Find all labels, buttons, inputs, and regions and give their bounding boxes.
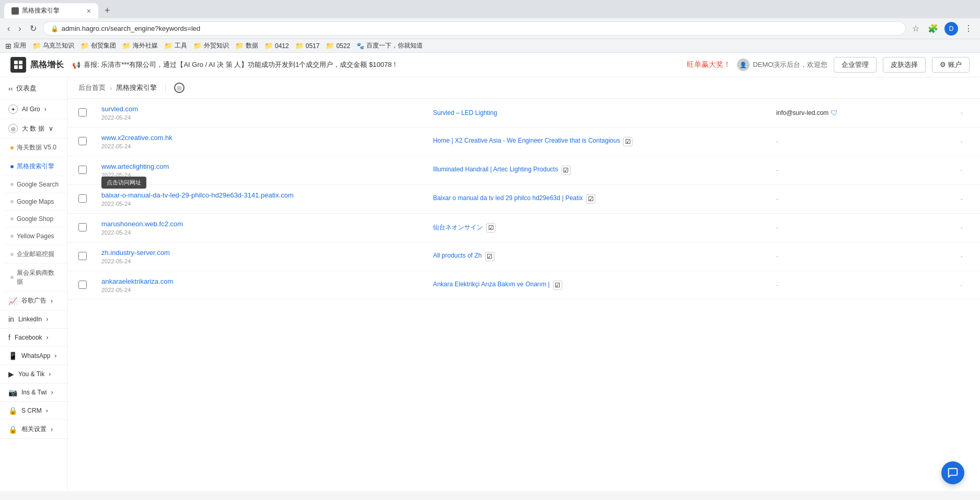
bookmark-social[interactable]: 📁 海外社媒 (122, 41, 158, 50)
breadcrumb-refresh-icon[interactable]: ◎ (174, 83, 185, 93)
bigdata-label: 大 数 据 (22, 124, 44, 133)
account-btn[interactable]: ⚙ 账户 (932, 57, 970, 73)
shield-icon-1: 🛡 (831, 109, 838, 117)
page-title-2[interactable]: Home | X2 Creative Asia - We Engineer Cr… (433, 137, 620, 144)
page-title-5[interactable]: 仙台ネオンサイン​ (433, 223, 483, 232)
sidebar-item-google-search[interactable]: Google Search (4, 176, 67, 193)
sidebar-item-google-ads[interactable]: 📈 谷歌广告 › (0, 292, 67, 310)
bookmark-0517[interactable]: 📁 0517 (295, 42, 320, 50)
sidebar-item-ins-twitter[interactable]: 📷 Ins & Twi › (0, 383, 67, 402)
linkedin-chevron: › (46, 316, 48, 323)
page-title-7[interactable]: Ankara Elektrikçi Arıza Bakım ve Onarım … (433, 281, 549, 288)
bookmark-0522[interactable]: 📁 0522 (326, 42, 350, 50)
sidebar-dashboard-label: 仪表盘 (16, 84, 37, 93)
bookmark-label-4: 工具 (175, 41, 187, 50)
enterprise-btn[interactable]: 企业管理 (834, 57, 877, 73)
skin-btn[interactable]: 皮肤选择 (883, 57, 926, 73)
row-checkbox-1[interactable] (78, 108, 87, 117)
expand-icon-6[interactable]: ☑ (485, 252, 494, 261)
chat-float-button[interactable] (941, 461, 964, 484)
title-cell-7: Ankara Elektrikçi Arıza Bakım ve Onarım … (425, 271, 769, 300)
sidebar-item-google-shop[interactable]: Google Shop (4, 211, 67, 228)
extra-cell-7: - (953, 271, 980, 300)
bookmark-label-6: 数据 (246, 41, 258, 50)
expand-icon-2[interactable]: ☑ (623, 137, 632, 146)
ins-twitter-chevron: › (51, 389, 53, 396)
sidebar-item-whatsapp[interactable]: 📱 WhatsApp › (0, 347, 67, 365)
bookmark-chuangmao[interactable]: 📁 创贸集团 (80, 41, 116, 50)
page-title-1[interactable]: Survled – LED Lighting (433, 109, 497, 117)
sidebar-item-facebook[interactable]: f Facebook › (0, 329, 67, 347)
expand-icon-3[interactable]: ☑ (561, 166, 571, 175)
bookmark-baidu[interactable]: 🐾 百度一下，你就知道 (356, 41, 423, 50)
bookmarks-bar: ⊞ 应用 📁 乌克兰知识 📁 创贸集团 📁 海外社媒 📁 工具 📁 外贸知识 📁… (0, 39, 980, 53)
page-title-3[interactable]: Illuminated Handrail | Artec Lighting Pr… (433, 166, 558, 173)
forward-button[interactable]: › (16, 22, 23, 36)
bigdata-icon: ◎ (8, 124, 18, 133)
page-title-4[interactable]: Baixar o manual da tv led 29 philco hd29… (433, 194, 583, 202)
title-cell-6: All products of Zh ☑ (425, 242, 769, 271)
page-title-6[interactable]: All products of Zh (433, 252, 481, 259)
folder-icon-3: 📁 (164, 42, 172, 50)
row-checkbox-6[interactable] (78, 252, 87, 260)
row-checkbox-7[interactable] (78, 281, 87, 289)
bookmark-ukraine[interactable]: 📁 乌克兰知识 (32, 41, 74, 50)
domain-name-3[interactable]: www.arteclighting.com (101, 162, 418, 170)
domain-name-5[interactable]: marushoneon.web.fc2.com (101, 220, 418, 228)
domain-date-6: 2022-05-24 (101, 258, 418, 264)
bigdata-sub: 海关数据 V5.0 黑格搜索引擎 Google Search Google Ma… (0, 138, 67, 292)
sidebar-item-bigdata[interactable]: ◎ 大 数 据 ∨ (0, 119, 67, 138)
sidebar-item-yellow-pages[interactable]: Yellow Pages (4, 228, 67, 245)
email-cell-1: info@surv-led.com 🛡 (769, 99, 953, 127)
sidebar-item-aigro[interactable]: ✦ AI Gro › (0, 100, 67, 119)
sidebar-dashboard-header[interactable]: ‹‹ 仪表盘 (0, 77, 67, 100)
row-checkbox-4[interactable] (78, 194, 87, 203)
google-maps-label: Google Maps (17, 198, 54, 205)
reload-button[interactable]: ↻ (28, 21, 39, 36)
row-checkbox-cell (68, 271, 94, 300)
breadcrumb-home[interactable]: 后台首页 (78, 83, 106, 92)
menu-button[interactable]: ⋮ (962, 21, 975, 36)
domain-name-1[interactable]: survled.com (101, 105, 418, 113)
sidebar-item-expo-data[interactable]: 展会采购商数据 (4, 264, 67, 292)
row-checkbox-2[interactable] (78, 137, 87, 145)
new-tab-button[interactable]: + (100, 3, 114, 18)
domain-name-7[interactable]: ankaraelektrikariza.com (101, 277, 418, 285)
profile-button[interactable]: D (944, 22, 958, 36)
bookmark-button[interactable]: ☆ (910, 21, 921, 36)
bookmark-data[interactable]: 📁 数据 (235, 41, 258, 50)
tab-close-button[interactable]: × (87, 7, 91, 15)
domain-name-6[interactable]: zh.industry-server.com (101, 249, 418, 257)
bookmark-apps[interactable]: ⊞ 应用 (5, 41, 26, 50)
sidebar-item-search-engine[interactable]: 黑格搜索引擎 (4, 157, 67, 176)
expand-icon-7[interactable]: ☑ (553, 281, 562, 290)
banner-right: 旺单赢大奖！ 👤 DEMO演示后台，欢迎您 企业管理 皮肤选择 ⚙ 账户 (687, 57, 970, 73)
extra-cell-1: - (953, 99, 980, 127)
domain-date-7: 2022-05-24 (101, 287, 418, 293)
title-cell-1: Survled – LED Lighting (425, 99, 769, 127)
extra-cell-4: - (953, 185, 980, 214)
bookmark-trade[interactable]: 📁 外贸知识 (193, 41, 229, 50)
tab-title: 黑格搜索引擎 (22, 6, 84, 15)
back-button[interactable]: ‹ (5, 22, 12, 36)
sidebar-item-linkedin[interactable]: in LinkedIn › (0, 310, 67, 329)
browser-tab-active[interactable]: 黑格搜索引擎 × (4, 3, 98, 18)
email-cell-6: - (769, 242, 953, 271)
sidebar-item-youtube-tiktok[interactable]: ▶ You & Tik › (0, 365, 67, 383)
sidebar-item-customs[interactable]: 海关数据 V5.0 (4, 138, 67, 157)
sidebar-item-scrm[interactable]: 🔒 S CRM › (0, 402, 67, 420)
address-bar[interactable]: 🔒 admin.hagro.cn/search_engine?keywords=… (43, 21, 906, 36)
bookmark-0412[interactable]: 📁 0412 (264, 42, 289, 50)
expand-icon-4[interactable]: ☑ (586, 194, 595, 204)
sidebar-item-email-mining[interactable]: 企业邮箱挖掘 (4, 245, 67, 264)
sidebar-item-google-maps[interactable]: Google Maps (4, 193, 67, 211)
row-checkbox-3[interactable] (78, 166, 87, 174)
domain-name-2[interactable]: www.x2creative.com.hk (101, 134, 418, 142)
sidebar-item-settings[interactable]: 🔒 相关设置 › (0, 420, 67, 439)
domain-name-4[interactable]: baixar-o-manual-da-tv-led-29-philco-hd29… (101, 191, 294, 199)
expand-icon-5[interactable]: ☑ (486, 223, 495, 232)
row-checkbox-5[interactable] (78, 223, 87, 231)
bookmark-tools[interactable]: 📁 工具 (164, 41, 187, 50)
extensions-button[interactable]: 🧩 (926, 21, 940, 36)
customs-label: 海关数据 V5.0 (17, 143, 56, 152)
